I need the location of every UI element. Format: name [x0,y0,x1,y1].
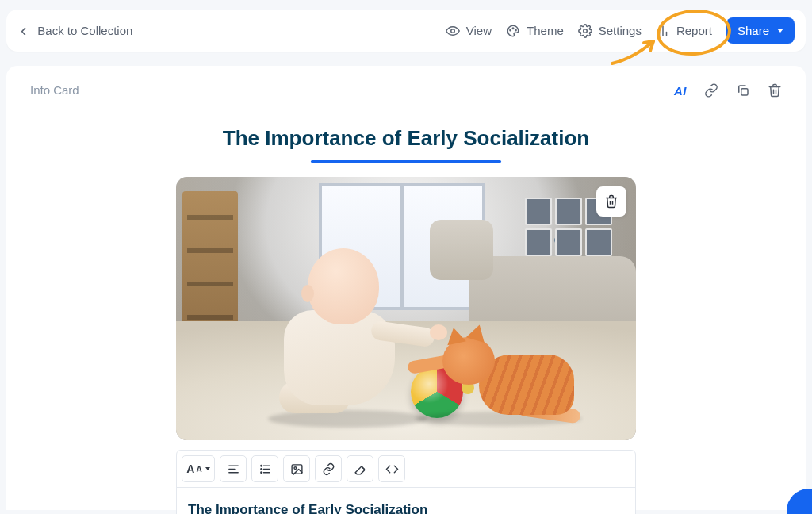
text-style-button[interactable]: AA [182,455,215,482]
back-to-collection-button[interactable]: Back to Collection [21,22,132,40]
settings-label: Settings [599,24,642,37]
align-button[interactable] [220,455,247,482]
bar-chart-icon [656,24,670,38]
rich-text-editor: AA The Importance of Early Socialization [176,450,636,514]
card-type-label: Info Card [30,83,79,97]
insert-image-button[interactable] [283,455,310,482]
top-bar: Back to Collection View Theme Settings [6,10,806,52]
svg-point-2 [512,27,514,29]
page-title[interactable]: The Importance of Early Socialization [30,126,782,151]
palette-icon [506,24,520,38]
svg-rect-8 [741,89,748,95]
code-button[interactable] [378,455,405,482]
share-button[interactable]: Share [726,17,795,44]
report-label: Report [676,24,712,37]
svg-point-19 [293,466,296,469]
hero-image[interactable] [176,177,636,440]
trash-icon[interactable] [768,83,782,98]
image-delete-button[interactable] [596,186,626,217]
top-bar-left: Back to Collection [21,22,132,40]
svg-point-4 [583,29,587,33]
top-bar-right: View Theme Settings Report Share [446,17,795,44]
settings-button[interactable]: Settings [578,24,642,38]
report-button[interactable]: Report [656,24,712,38]
editor-body[interactable]: The Importance of Early Socialization [177,488,635,514]
chevron-left-icon [21,22,26,40]
ai-button[interactable]: AI [674,84,687,98]
share-label: Share [737,24,769,37]
svg-line-20 [361,466,364,469]
editor-heading: The Importance of Early Socialization [188,502,624,514]
chevron-down-icon [205,467,210,470]
svg-point-15 [260,465,261,466]
list-button[interactable] [251,455,278,482]
chevron-down-icon [777,29,783,33]
view-button[interactable]: View [446,24,492,38]
eye-icon [446,24,460,38]
insert-link-button[interactable] [315,455,342,482]
link-icon[interactable] [704,83,718,98]
back-label: Back to Collection [37,24,132,37]
svg-point-3 [515,29,517,31]
svg-rect-18 [292,464,302,473]
card-actions: AI [674,83,782,98]
scene-kitten [439,312,574,423]
eraser-button[interactable] [347,455,373,482]
editor-toolbar: AA [177,451,635,488]
copy-icon[interactable] [736,83,750,98]
svg-point-17 [260,472,261,473]
svg-point-0 [451,29,455,33]
svg-point-16 [260,468,261,469]
scene-baby [252,248,419,423]
gear-icon [578,24,592,38]
title-underline [311,160,501,163]
card-header: Info Card AI [30,83,782,98]
svg-point-1 [510,29,511,31]
theme-button[interactable]: Theme [506,24,564,38]
theme-label: Theme [527,24,564,37]
editor-card: Info Card AI The Importance of Early Soc… [6,66,806,510]
view-label: View [466,24,492,37]
